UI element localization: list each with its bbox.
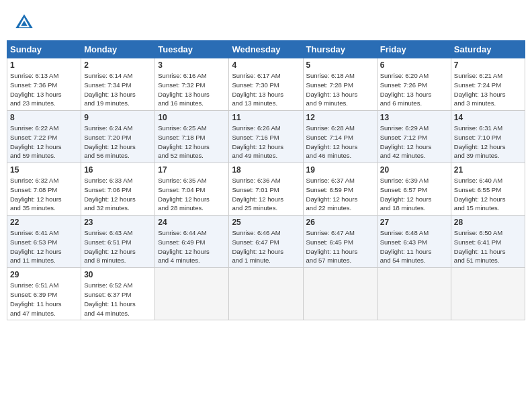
day-number: 4 xyxy=(232,60,300,70)
calendar-week-1: 1Sunrise: 6:13 AM Sunset: 7:36 PM Daylig… xyxy=(7,58,525,111)
day-header-wednesday: Wednesday xyxy=(229,41,303,58)
calendar-cell: 5Sunrise: 6:18 AM Sunset: 7:28 PM Daylig… xyxy=(303,58,377,111)
calendar-cell: 4Sunrise: 6:17 AM Sunset: 7:30 PM Daylig… xyxy=(229,58,303,111)
day-info: Sunrise: 6:36 AM Sunset: 7:01 PM Dayligh… xyxy=(232,176,300,213)
day-number: 29 xyxy=(10,270,78,279)
day-info: Sunrise: 6:17 AM Sunset: 7:30 PM Dayligh… xyxy=(232,71,300,108)
day-info: Sunrise: 6:35 AM Sunset: 7:04 PM Dayligh… xyxy=(158,176,226,213)
day-info: Sunrise: 6:31 AM Sunset: 7:10 PM Dayligh… xyxy=(454,124,522,161)
day-info: Sunrise: 6:48 AM Sunset: 6:43 PM Dayligh… xyxy=(380,228,448,265)
day-info: Sunrise: 6:28 AM Sunset: 7:14 PM Dayligh… xyxy=(306,124,374,161)
day-number: 26 xyxy=(306,218,374,227)
day-number: 9 xyxy=(84,113,152,122)
page-header xyxy=(7,7,525,38)
day-number: 17 xyxy=(158,165,226,175)
calendar-cell: 29Sunrise: 6:51 AM Sunset: 6:39 PM Dayli… xyxy=(7,268,81,320)
day-info: Sunrise: 6:51 AM Sunset: 6:39 PM Dayligh… xyxy=(10,281,78,318)
day-info: Sunrise: 6:32 AM Sunset: 7:08 PM Dayligh… xyxy=(10,176,78,213)
day-info: Sunrise: 6:26 AM Sunset: 7:16 PM Dayligh… xyxy=(232,124,300,161)
day-header-tuesday: Tuesday xyxy=(155,41,229,58)
day-info: Sunrise: 6:21 AM Sunset: 7:24 PM Dayligh… xyxy=(454,71,522,108)
calendar-header-row: SundayMondayTuesdayWednesdayThursdayFrid… xyxy=(7,41,525,58)
day-header-friday: Friday xyxy=(377,41,451,58)
calendar-cell: 25Sunrise: 6:46 AM Sunset: 6:47 PM Dayli… xyxy=(229,216,303,268)
day-number: 18 xyxy=(232,165,300,175)
calendar-cell: 14Sunrise: 6:31 AM Sunset: 7:10 PM Dayli… xyxy=(451,111,525,163)
calendar-week-2: 8Sunrise: 6:22 AM Sunset: 7:22 PM Daylig… xyxy=(7,111,525,163)
day-number: 27 xyxy=(380,218,448,227)
calendar-cell xyxy=(377,268,451,320)
calendar-cell: 22Sunrise: 6:41 AM Sunset: 6:53 PM Dayli… xyxy=(7,216,81,268)
day-number: 15 xyxy=(10,165,78,175)
day-info: Sunrise: 6:44 AM Sunset: 6:49 PM Dayligh… xyxy=(158,228,226,265)
day-number: 11 xyxy=(232,113,300,122)
day-number: 22 xyxy=(10,218,78,227)
calendar-cell: 11Sunrise: 6:26 AM Sunset: 7:16 PM Dayli… xyxy=(229,111,303,163)
day-info: Sunrise: 6:20 AM Sunset: 7:26 PM Dayligh… xyxy=(380,71,448,108)
day-number: 30 xyxy=(84,270,152,279)
calendar-week-5: 29Sunrise: 6:51 AM Sunset: 6:39 PM Dayli… xyxy=(7,268,525,320)
day-info: Sunrise: 6:41 AM Sunset: 6:53 PM Dayligh… xyxy=(10,228,78,265)
logo xyxy=(13,12,38,34)
calendar-cell: 27Sunrise: 6:48 AM Sunset: 6:43 PM Dayli… xyxy=(377,216,451,268)
day-info: Sunrise: 6:40 AM Sunset: 6:55 PM Dayligh… xyxy=(454,176,522,213)
day-info: Sunrise: 6:43 AM Sunset: 6:51 PM Dayligh… xyxy=(84,228,152,265)
logo-icon xyxy=(13,12,35,34)
day-header-monday: Monday xyxy=(81,41,155,58)
calendar-cell: 15Sunrise: 6:32 AM Sunset: 7:08 PM Dayli… xyxy=(7,163,81,216)
calendar-cell: 17Sunrise: 6:35 AM Sunset: 7:04 PM Dayli… xyxy=(155,163,229,216)
day-info: Sunrise: 6:33 AM Sunset: 7:06 PM Dayligh… xyxy=(84,176,152,213)
day-info: Sunrise: 6:24 AM Sunset: 7:20 PM Dayligh… xyxy=(84,124,152,161)
day-number: 19 xyxy=(306,165,374,175)
day-header-thursday: Thursday xyxy=(303,41,377,58)
day-number: 8 xyxy=(10,113,78,122)
calendar-cell: 6Sunrise: 6:20 AM Sunset: 7:26 PM Daylig… xyxy=(377,58,451,111)
calendar-cell: 16Sunrise: 6:33 AM Sunset: 7:06 PM Dayli… xyxy=(81,163,155,216)
day-number: 25 xyxy=(232,218,300,227)
calendar-week-3: 15Sunrise: 6:32 AM Sunset: 7:08 PM Dayli… xyxy=(7,163,525,216)
day-info: Sunrise: 6:14 AM Sunset: 7:34 PM Dayligh… xyxy=(84,71,152,108)
day-number: 14 xyxy=(454,113,522,122)
day-info: Sunrise: 6:37 AM Sunset: 6:59 PM Dayligh… xyxy=(306,176,374,213)
calendar-cell: 20Sunrise: 6:39 AM Sunset: 6:57 PM Dayli… xyxy=(377,163,451,216)
day-info: Sunrise: 6:46 AM Sunset: 6:47 PM Dayligh… xyxy=(232,228,300,265)
day-info: Sunrise: 6:18 AM Sunset: 7:28 PM Dayligh… xyxy=(306,71,374,108)
calendar-cell: 9Sunrise: 6:24 AM Sunset: 7:20 PM Daylig… xyxy=(81,111,155,163)
day-header-saturday: Saturday xyxy=(451,41,525,58)
calendar-cell: 8Sunrise: 6:22 AM Sunset: 7:22 PM Daylig… xyxy=(7,111,81,163)
calendar-table: SundayMondayTuesdayWednesdayThursdayFrid… xyxy=(7,40,525,320)
day-number: 1 xyxy=(10,60,78,70)
day-number: 28 xyxy=(454,218,522,227)
calendar-cell: 10Sunrise: 6:25 AM Sunset: 7:18 PM Dayli… xyxy=(155,111,229,163)
day-number: 24 xyxy=(158,218,226,227)
calendar-cell xyxy=(303,268,377,320)
day-number: 16 xyxy=(84,165,152,175)
day-number: 20 xyxy=(380,165,448,175)
day-number: 23 xyxy=(84,218,152,227)
calendar-cell: 21Sunrise: 6:40 AM Sunset: 6:55 PM Dayli… xyxy=(451,163,525,216)
day-info: Sunrise: 6:29 AM Sunset: 7:12 PM Dayligh… xyxy=(380,124,448,161)
day-info: Sunrise: 6:47 AM Sunset: 6:45 PM Dayligh… xyxy=(306,228,374,265)
calendar-cell: 12Sunrise: 6:28 AM Sunset: 7:14 PM Dayli… xyxy=(303,111,377,163)
day-info: Sunrise: 6:13 AM Sunset: 7:36 PM Dayligh… xyxy=(10,71,78,108)
day-number: 13 xyxy=(380,113,448,122)
calendar-cell: 30Sunrise: 6:52 AM Sunset: 6:37 PM Dayli… xyxy=(81,268,155,320)
day-number: 5 xyxy=(306,60,374,70)
calendar-cell: 2Sunrise: 6:14 AM Sunset: 7:34 PM Daylig… xyxy=(81,58,155,111)
day-number: 21 xyxy=(454,165,522,175)
calendar-cell: 23Sunrise: 6:43 AM Sunset: 6:51 PM Dayli… xyxy=(81,216,155,268)
day-number: 12 xyxy=(306,113,374,122)
calendar-cell: 28Sunrise: 6:50 AM Sunset: 6:41 PM Dayli… xyxy=(451,216,525,268)
day-info: Sunrise: 6:22 AM Sunset: 7:22 PM Dayligh… xyxy=(10,124,78,161)
calendar-cell: 18Sunrise: 6:36 AM Sunset: 7:01 PM Dayli… xyxy=(229,163,303,216)
calendar-cell xyxy=(155,268,229,320)
calendar-cell: 1Sunrise: 6:13 AM Sunset: 7:36 PM Daylig… xyxy=(7,58,81,111)
day-info: Sunrise: 6:52 AM Sunset: 6:37 PM Dayligh… xyxy=(84,281,152,318)
calendar-week-4: 22Sunrise: 6:41 AM Sunset: 6:53 PM Dayli… xyxy=(7,216,525,268)
day-info: Sunrise: 6:39 AM Sunset: 6:57 PM Dayligh… xyxy=(380,176,448,213)
calendar-cell xyxy=(229,268,303,320)
day-info: Sunrise: 6:25 AM Sunset: 7:18 PM Dayligh… xyxy=(158,124,226,161)
day-info: Sunrise: 6:50 AM Sunset: 6:41 PM Dayligh… xyxy=(454,228,522,265)
day-info: Sunrise: 6:16 AM Sunset: 7:32 PM Dayligh… xyxy=(158,71,226,108)
calendar-cell: 26Sunrise: 6:47 AM Sunset: 6:45 PM Dayli… xyxy=(303,216,377,268)
